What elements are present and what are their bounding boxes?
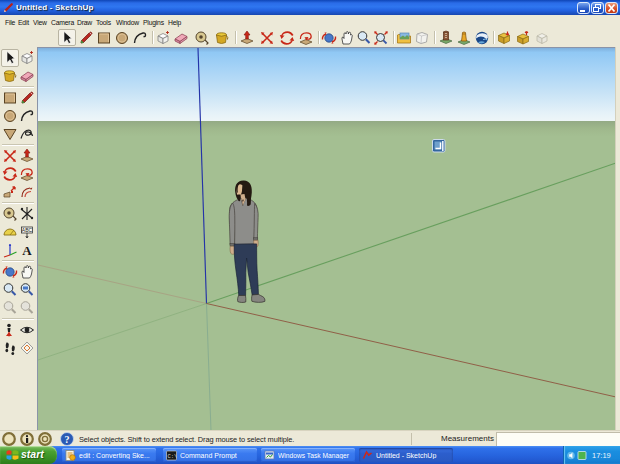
svg-text:?: ? (65, 434, 70, 445)
svg-text:C:\: C:\ (168, 453, 178, 460)
